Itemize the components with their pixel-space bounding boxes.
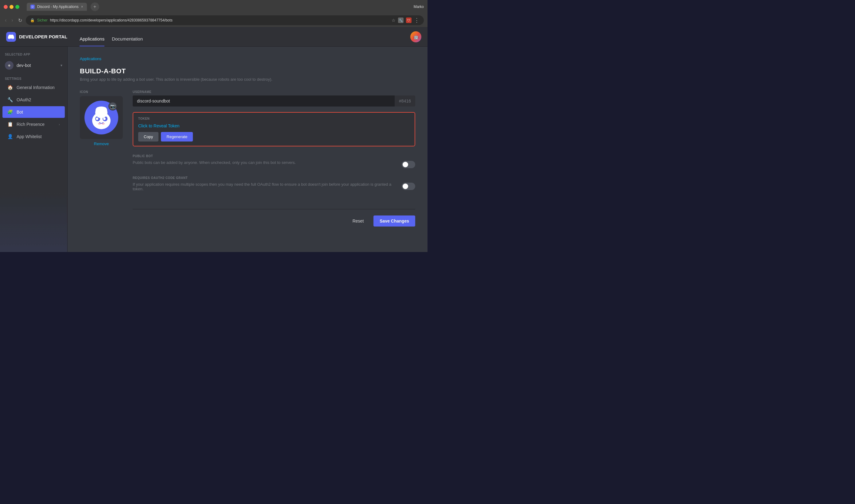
top-nav-right: 🤖 xyxy=(410,31,421,42)
browser-chrome: D Discord - My Applications × + Marko ‹ … xyxy=(0,0,428,27)
copy-button[interactable]: Copy xyxy=(138,132,158,142)
extension-icon-2: 🛡 xyxy=(406,18,412,23)
footer-actions: Reset Save Changes xyxy=(133,209,415,227)
address-bar[interactable]: 🔒 Sicher https://discordapp.com/develope… xyxy=(26,15,424,25)
remove-link[interactable]: Remove xyxy=(94,142,109,146)
public-bot-toggle[interactable] xyxy=(402,161,415,168)
sidebar-item-rich-presence[interactable]: 📋 Rich Presence › xyxy=(2,119,65,130)
portal-title: DEVELOPER PORTAL xyxy=(19,34,67,39)
tab-favicon-icon: D xyxy=(30,5,35,9)
user-avatar[interactable]: 🤖 xyxy=(410,31,421,42)
app-container: DEVELOPER PORTAL Applications Documentat… xyxy=(0,27,428,252)
rich-presence-icon: 📋 xyxy=(7,122,13,127)
top-nav: DEVELOPER PORTAL Applications Documentat… xyxy=(0,27,428,47)
refresh-button[interactable]: ↻ xyxy=(17,16,23,24)
username-label: USERNAME xyxy=(133,90,415,94)
camera-badge-icon: 📷 xyxy=(108,102,117,110)
breadcrumb-applications[interactable]: Applications xyxy=(80,56,101,61)
body-layout: SELECTED APP ● dev-bot ▾ SETTINGS 🏠 Gene… xyxy=(0,47,428,252)
regenerate-button[interactable]: Regenerate xyxy=(161,132,193,142)
home-icon: 🏠 xyxy=(7,85,13,90)
public-bot-section: PUBLIC BOT Public bots can be added by a… xyxy=(133,155,415,168)
oauth2-toggle[interactable] xyxy=(402,183,415,190)
sidebar-whitelist-label: App Whitelist xyxy=(17,134,60,139)
public-bot-desc: Public bots can be added by anyone. When… xyxy=(133,160,397,165)
sidebar-bg-art xyxy=(0,191,67,252)
username-row: #8416 xyxy=(133,95,415,107)
maximize-button[interactable] xyxy=(15,5,19,9)
chevron-right-icon: › xyxy=(59,123,60,126)
icon-label: ICON xyxy=(80,90,88,94)
icon-upload-box[interactable]: 📷 xyxy=(80,96,123,139)
sidebar-item-bot[interactable]: 🧩 Bot xyxy=(2,106,65,118)
app-dropdown-arrow-icon: ▾ xyxy=(60,63,62,68)
save-changes-button[interactable]: Save Changes xyxy=(373,215,415,227)
app-icon: ● xyxy=(5,61,14,70)
sidebar-item-general-information[interactable]: 🏠 General Information xyxy=(2,82,65,93)
public-bot-row: Public bots can be added by anyone. When… xyxy=(133,160,415,168)
bot-form: USERNAME #8416 TOKEN Click to Reveal Tok… xyxy=(133,90,415,227)
sidebar-general-label: General Information xyxy=(17,85,60,90)
browser-address-bar: ‹ › ↻ 🔒 Sicher https://discordapp.com/de… xyxy=(0,14,428,27)
tab-title: Discord - My Applications xyxy=(37,5,78,9)
nav-documentation[interactable]: Documentation xyxy=(112,36,143,46)
bot-avatar-circle: 📷 xyxy=(85,101,118,134)
oauth2-section: REQUIRES OAUTH2 CODE GRANT If your appli… xyxy=(133,176,415,191)
username-input[interactable] xyxy=(133,95,394,107)
oauth-icon: 🔧 xyxy=(7,97,13,103)
new-tab-button[interactable]: + xyxy=(91,2,99,11)
oauth2-label: REQUIRES OAUTH2 CODE GRANT xyxy=(133,176,415,180)
selected-app-label: SELECTED APP xyxy=(0,53,67,56)
bot-icon: 🧩 xyxy=(7,109,13,115)
reset-button[interactable]: Reset xyxy=(348,215,369,227)
oauth2-desc: If your application requires multiple sc… xyxy=(133,182,397,191)
browser-tab[interactable]: D Discord - My Applications × xyxy=(27,3,87,11)
nav-applications[interactable]: Applications xyxy=(80,36,104,46)
token-buttons: Copy Regenerate xyxy=(138,132,410,142)
main-content: Applications BUILD-A-BOT Bring your app … xyxy=(68,47,428,252)
browser-title-bar: D Discord - My Applications × + Marko xyxy=(0,0,428,14)
app-name: dev-bot xyxy=(17,63,57,68)
back-button[interactable]: ‹ xyxy=(4,16,8,24)
sidebar-bot-label: Bot xyxy=(17,110,60,114)
svg-point-3 xyxy=(96,118,98,120)
token-box: TOKEN Click to Reveal Token Copy Regener… xyxy=(133,112,415,146)
toggle-knob xyxy=(403,162,408,167)
extension-icon-1: 🔧 xyxy=(398,18,404,23)
sidebar: SELECTED APP ● dev-bot ▾ SETTINGS 🏠 Gene… xyxy=(0,47,68,252)
username-field-group: USERNAME #8416 xyxy=(133,90,415,107)
sidebar-oauth-label: OAuth2 xyxy=(17,97,60,102)
discord-logo-icon xyxy=(6,32,16,42)
lock-icon: 🔒 xyxy=(30,18,35,22)
nav-links: Applications Documentation xyxy=(80,27,143,46)
window-controls xyxy=(4,5,19,9)
settings-label: SETTINGS xyxy=(0,77,67,80)
browser-user-name: Marko xyxy=(414,5,424,9)
page-title: BUILD-A-BOT xyxy=(80,67,415,75)
svg-point-4 xyxy=(103,118,106,120)
whitelist-icon: 👤 xyxy=(7,134,13,139)
public-bot-label: PUBLIC BOT xyxy=(133,155,415,158)
token-reveal-link[interactable]: Click to Reveal Token xyxy=(138,123,410,128)
breadcrumb: Applications xyxy=(80,56,415,61)
forward-button[interactable]: › xyxy=(10,16,14,24)
bot-icon-section: ICON xyxy=(80,90,123,227)
token-label: TOKEN xyxy=(138,117,410,120)
page-subtitle: Bring your app to life by adding a bot u… xyxy=(80,77,415,82)
sicher-text: Sicher xyxy=(37,18,48,22)
sidebar-item-app-whitelist[interactable]: 👤 App Whitelist xyxy=(2,131,65,142)
browser-menu-button[interactable]: ⋮ xyxy=(414,17,420,24)
oauth2-row: If your application requires multiple sc… xyxy=(133,182,415,191)
close-button[interactable] xyxy=(4,5,8,9)
developer-portal-logo: DEVELOPER PORTAL xyxy=(6,32,67,42)
discriminator: #8416 xyxy=(394,95,415,107)
toggle-knob-2 xyxy=(403,183,408,189)
bot-builder: ICON xyxy=(80,90,415,227)
minimize-button[interactable] xyxy=(10,5,14,9)
bookmark-button[interactable]: ☆ xyxy=(391,18,396,23)
tab-close-button[interactable]: × xyxy=(81,5,83,9)
address-bar-right: ☆ 🔧 🛡 ⋮ xyxy=(391,17,420,24)
sidebar-rich-presence-label: Rich Presence xyxy=(17,122,55,127)
sidebar-item-oauth2[interactable]: 🔧 OAuth2 xyxy=(2,94,65,106)
app-selector[interactable]: ● dev-bot ▾ xyxy=(0,59,67,72)
